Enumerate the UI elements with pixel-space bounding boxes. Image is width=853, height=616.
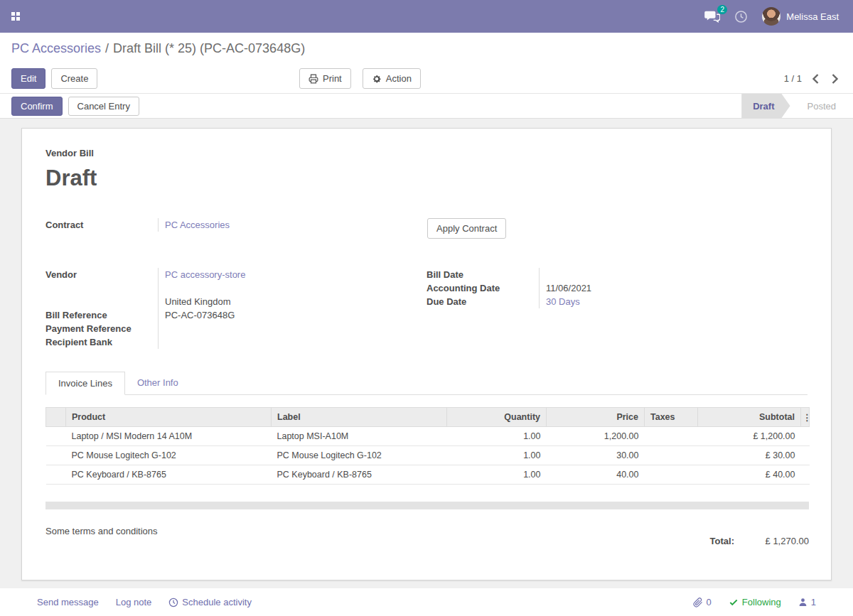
- apps-grid-icon[interactable]: [11, 12, 20, 21]
- cell-product: PC Keyboard / KB-8765: [66, 465, 272, 485]
- user-name: Melissa East: [786, 11, 839, 22]
- recipient-bank-value: [158, 335, 426, 349]
- check-icon: [729, 598, 739, 607]
- recipient-bank-label: Recipient Bank: [45, 335, 158, 349]
- optional-columns-icon[interactable]: ⋮: [801, 408, 810, 427]
- cell-label: PC Mouse Logitech G-102: [272, 446, 447, 465]
- contract-value-link[interactable]: PC Accessories: [165, 220, 230, 230]
- cell-subtotal: £ 40.00: [698, 465, 801, 485]
- label-column-header[interactable]: Label: [272, 408, 447, 427]
- cell-quantity: 1.00: [447, 446, 547, 465]
- tab-invoice-lines[interactable]: Invoice Lines: [45, 372, 125, 395]
- vendor-label: Vendor: [45, 268, 158, 281]
- user-menu[interactable]: Melissa East: [762, 7, 839, 26]
- due-date-value-link[interactable]: 30 Days: [546, 296, 580, 307]
- content-area: Vendor Bill Draft Contract PC Accessorie…: [0, 119, 853, 588]
- activity-clock-icon[interactable]: [734, 10, 748, 23]
- breadcrumb-separator: /: [105, 41, 109, 56]
- action-button[interactable]: Action: [363, 68, 421, 89]
- cell-quantity: 1.00: [447, 427, 547, 446]
- bill-date-label: Bill Date: [426, 268, 539, 281]
- stage-posted[interactable]: Posted: [790, 94, 853, 118]
- attachments-count: 0: [707, 597, 712, 607]
- follower-person-icon: [798, 598, 808, 607]
- top-navbar: 2 Melissa East: [0, 0, 853, 33]
- cell-product: Laptop / MSI Modern 14 A10M: [66, 427, 272, 446]
- cell-subtotal: £ 30.00: [698, 446, 801, 465]
- breadcrumb: PC Accessories / Draft Bill (* 25) (PC-A…: [0, 33, 853, 64]
- following-button[interactable]: Following: [729, 597, 781, 607]
- terms-text: Some terms and conditions: [45, 526, 158, 536]
- print-label: Print: [323, 73, 342, 84]
- pager-previous-icon[interactable]: [812, 74, 820, 84]
- action-label: Action: [386, 73, 412, 84]
- quantity-column-header[interactable]: Quantity: [447, 408, 547, 427]
- vendor-value-link[interactable]: PC accessory-store: [165, 269, 245, 280]
- price-column-header[interactable]: Price: [547, 408, 645, 427]
- table-row[interactable]: PC Keyboard / KB-8765 PC Keyboard / KB-8…: [46, 465, 810, 485]
- followers-button[interactable]: 1: [798, 597, 816, 607]
- statusbar: Confirm Cancel Entry Draft Posted: [0, 93, 853, 119]
- invoice-lines-table: Product Label Quantity Price Taxes Subto…: [45, 407, 810, 485]
- contract-label: Contract: [45, 218, 158, 232]
- cell-price: 30.00: [547, 446, 645, 465]
- taxes-column-header[interactable]: Taxes: [645, 408, 698, 427]
- messages-icon[interactable]: 2: [704, 10, 720, 23]
- total-label: Total:: [710, 536, 734, 546]
- table-row[interactable]: Laptop / MSI Modern 14 A10M Laptop MSI-A…: [46, 427, 810, 446]
- stage-draft[interactable]: Draft: [741, 94, 790, 118]
- table-footer-bar: [45, 502, 809, 509]
- bill-sheet: Vendor Bill Draft Contract PC Accessorie…: [21, 128, 832, 580]
- edit-button[interactable]: Edit: [11, 68, 45, 89]
- due-date-label: Due Date: [426, 295, 539, 308]
- create-button[interactable]: Create: [51, 68, 97, 89]
- chatter-bar: Send message Log note Schedule activity …: [0, 588, 853, 616]
- breadcrumb-parent-link[interactable]: PC Accessories: [11, 41, 101, 56]
- avatar: [762, 7, 780, 26]
- payment-reference-label: Payment Reference: [45, 322, 158, 335]
- pager-next-icon[interactable]: [831, 74, 839, 84]
- bill-reference-label: Bill Reference: [45, 308, 158, 322]
- cell-price: 1,200.00: [547, 427, 645, 446]
- paperclip-icon: [693, 598, 703, 607]
- clock-icon: [168, 598, 178, 607]
- print-button[interactable]: Print: [299, 68, 351, 89]
- bill-date-value: [539, 268, 808, 281]
- cell-label: Laptop MSI-A10M: [272, 427, 447, 446]
- table-header-row: Product Label Quantity Price Taxes Subto…: [46, 408, 810, 427]
- cell-taxes: [645, 427, 698, 446]
- cell-label: PC Keyboard / KB-8765: [272, 465, 447, 485]
- document-state-title: Draft: [45, 166, 808, 191]
- breadcrumb-current: Draft Bill (* 25) (PC-AC-073648G): [113, 41, 305, 56]
- log-note-button[interactable]: Log note: [116, 597, 152, 607]
- tab-other-info[interactable]: Other Info: [125, 372, 191, 395]
- notebook-tabs: Invoice Lines Other Info: [45, 371, 808, 395]
- pager-value: 1 / 1: [784, 73, 802, 84]
- subtotal-column-header[interactable]: Subtotal: [698, 408, 801, 427]
- accounting-date-label: Accounting Date: [426, 281, 539, 295]
- following-label: Following: [742, 597, 781, 607]
- table-row[interactable]: PC Mouse Logitech G-102 PC Mouse Logitec…: [46, 446, 810, 465]
- cell-product: PC Mouse Logitech G-102: [66, 446, 272, 465]
- gear-icon: [372, 74, 382, 84]
- apply-contract-button[interactable]: Apply Contract: [427, 218, 506, 239]
- control-panel: Edit Create Print Action 1 / 1: [0, 64, 853, 93]
- send-message-button[interactable]: Send message: [37, 597, 99, 607]
- cell-subtotal: £ 1,200.00: [698, 427, 801, 446]
- handle-column-header: [46, 408, 66, 427]
- product-column-header[interactable]: Product: [66, 408, 272, 427]
- followers-count: 1: [811, 597, 816, 607]
- cell-price: 40.00: [547, 465, 645, 485]
- message-count-badge: 2: [717, 5, 727, 14]
- bill-reference-value: PC-AC-073648G: [158, 308, 426, 322]
- printer-icon: [309, 74, 318, 84]
- vendor-country: United Kingdom: [158, 295, 426, 308]
- cell-taxes: [645, 446, 698, 465]
- cell-quantity: 1.00: [447, 465, 547, 485]
- schedule-activity-label: Schedule activity: [182, 597, 252, 607]
- cancel-entry-button[interactable]: Cancel Entry: [68, 97, 139, 116]
- schedule-activity-button[interactable]: Schedule activity: [168, 597, 252, 607]
- confirm-button[interactable]: Confirm: [11, 97, 63, 116]
- attachments-button[interactable]: 0: [693, 597, 712, 607]
- cell-taxes: [645, 465, 698, 485]
